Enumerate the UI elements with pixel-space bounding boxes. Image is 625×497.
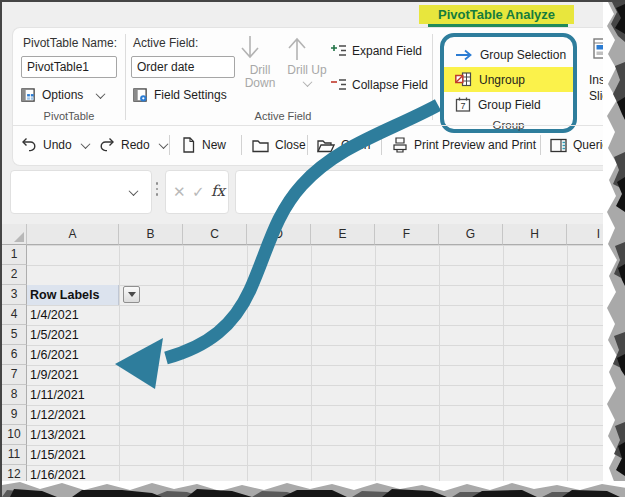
group-field-label: Group Field — [478, 98, 541, 112]
redo-button[interactable]: Redo — [99, 126, 167, 164]
options-button[interactable]: Options — [21, 84, 104, 106]
row-labels-header-cell[interactable]: Row Labels — [27, 285, 119, 305]
ungroup-button[interactable]: Ungroup — [444, 67, 573, 92]
formula-buttons: ✕ ✓ fx — [165, 170, 229, 214]
date-cell[interactable]: 1/6/2021 — [27, 345, 119, 365]
new-button[interactable]: New — [181, 126, 226, 164]
row-header[interactable]: 10 — [2, 425, 27, 445]
active-field-input[interactable] — [131, 56, 235, 78]
filter-dropdown-button[interactable] — [123, 286, 140, 303]
insert-slicer-label-line1: Insert — [589, 72, 625, 88]
row-header[interactable]: 11 — [2, 445, 27, 465]
group-field-calendar-icon: 7 — [455, 97, 471, 112]
collapse-field-icon — [331, 78, 347, 92]
row-header[interactable]: 3 — [2, 285, 27, 305]
name-box-input[interactable] — [19, 181, 128, 205]
group-divider — [125, 34, 126, 120]
date-cell[interactable]: 1/5/2021 — [27, 325, 119, 345]
insert-slicer-icon — [593, 38, 625, 64]
column-a-cells[interactable]: Row Labels 1/4/2021 1/5/2021 1/6/2021 1/… — [27, 245, 119, 485]
enter-icon[interactable]: ✓ — [192, 183, 205, 201]
group-section-highlight-box: Group Selection Ungroup 7 Group Field Gr… — [440, 33, 577, 133]
column-header[interactable]: I — [567, 224, 625, 245]
drill-down-label: Drill Down — [238, 64, 282, 90]
drill-down-button — [238, 34, 282, 62]
ribbon-panel: PivotTable Name: Options PivotTable Acti… — [12, 27, 625, 166]
row-header[interactable]: 7 — [2, 365, 27, 385]
pivottable-name-input[interactable] — [21, 56, 117, 78]
options-button-label: Options — [42, 88, 83, 102]
date-cell[interactable]: 1/9/2021 — [27, 365, 119, 385]
column-header[interactable]: B — [119, 224, 183, 245]
sheet-cells[interactable] — [119, 245, 625, 485]
column-header[interactable]: C — [183, 224, 247, 245]
row-header[interactable]: 5 — [2, 325, 27, 345]
row-header[interactable]: 2 — [2, 265, 27, 285]
queries-icon — [550, 138, 567, 153]
select-all-corner[interactable] — [2, 224, 27, 245]
row-header[interactable]: 4 — [2, 305, 27, 325]
row-header[interactable]: 12 — [2, 465, 27, 485]
toolbar-separator — [540, 135, 541, 155]
undo-icon — [21, 137, 37, 153]
print-preview-label: Print Preview and Print — [414, 138, 536, 152]
folder-icon — [252, 138, 269, 153]
date-cell[interactable]: 1/16/2021 — [27, 465, 119, 485]
field-settings-label: Field Settings — [154, 88, 227, 102]
column-header[interactable]: G — [439, 224, 503, 245]
column-header[interactable]: D — [247, 224, 311, 245]
insert-slicer-button[interactable]: Insert Slicer — [589, 38, 625, 104]
column-header[interactable]: F — [375, 224, 439, 245]
row-header[interactable]: 6 — [2, 345, 27, 365]
date-cell[interactable]: 1/4/2021 — [27, 305, 119, 325]
close-button[interactable]: Close — [252, 126, 306, 164]
print-preview-icon — [392, 137, 408, 153]
name-box[interactable] — [10, 170, 152, 214]
chevron-down-icon[interactable] — [158, 139, 168, 149]
column-header[interactable]: H — [503, 224, 567, 245]
group-field-button[interactable]: 7 Group Field — [444, 92, 573, 117]
column-header[interactable]: A — [27, 224, 119, 245]
chevron-down-icon — [302, 77, 312, 87]
collapse-field-button[interactable]: Collapse Field — [331, 78, 428, 92]
active-field-group-label: Active Field — [133, 110, 433, 122]
queries-button[interactable]: Queries — [550, 126, 615, 164]
formula-bar-handle-icon[interactable] — [155, 182, 159, 196]
field-settings-button[interactable]: Field Settings — [133, 84, 227, 106]
pivottable-name-label: PivotTable Name: — [23, 36, 117, 50]
row-header[interactable]: 9 — [2, 405, 27, 425]
tab-pivottable-analyze[interactable]: PivotTable Analyze — [419, 5, 574, 24]
chevron-down-icon[interactable] — [80, 139, 90, 149]
ungroup-label: Ungroup — [479, 73, 525, 87]
collapse-field-label: Collapse Field — [352, 78, 428, 92]
expand-field-icon — [331, 44, 347, 58]
date-cell[interactable]: 1/15/2021 — [27, 445, 119, 465]
formula-input[interactable] — [244, 181, 616, 205]
redo-label: Redo — [121, 138, 150, 152]
toolbar-separator — [241, 135, 242, 155]
expand-field-button[interactable]: Expand Field — [331, 44, 422, 58]
group-selection-button[interactable]: Group Selection — [444, 42, 573, 67]
cancel-icon[interactable]: ✕ — [173, 183, 186, 201]
drill-down-arrow-icon — [238, 34, 282, 62]
column-headers: A B C D E F G H I — [2, 224, 625, 245]
insert-slicer-label-line2: Slicer — [589, 88, 625, 104]
date-cell[interactable]: 1/13/2021 — [27, 425, 119, 445]
undo-button[interactable]: Undo — [21, 126, 89, 164]
drill-up-button — [285, 34, 329, 62]
date-cell[interactable]: 1/11/2021 — [27, 385, 119, 405]
formula-bar[interactable] — [235, 170, 625, 214]
date-cell[interactable]: 1/12/2021 — [27, 405, 119, 425]
row-header[interactable]: 8 — [2, 385, 27, 405]
field-settings-icon — [133, 88, 148, 103]
column-header[interactable]: E — [311, 224, 375, 245]
filter-arrow-icon — [128, 292, 136, 297]
group-divider — [432, 34, 433, 120]
print-preview-button[interactable]: Print Preview and Print — [392, 126, 536, 164]
new-label: New — [202, 138, 226, 152]
open-button[interactable]: Open — [317, 126, 370, 164]
row-header[interactable]: 1 — [2, 245, 27, 265]
quick-access-toolbar: Undo Redo New Close Open — [13, 126, 625, 164]
insert-function-icon[interactable]: fx — [211, 182, 225, 200]
chevron-down-icon[interactable] — [129, 186, 139, 196]
